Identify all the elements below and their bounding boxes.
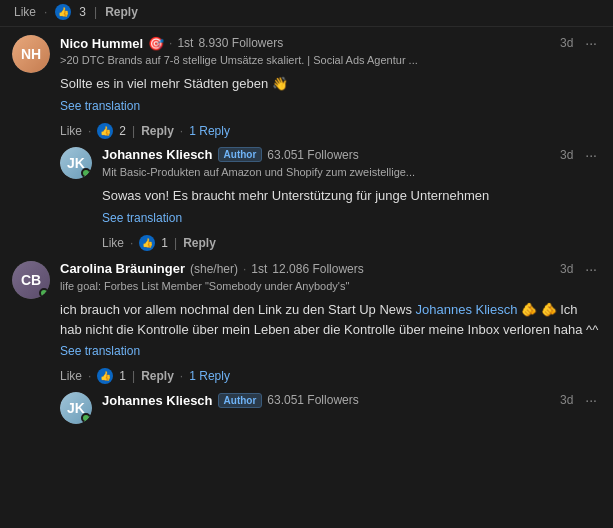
- username-carolina[interactable]: Carolina Bräuninger: [60, 261, 185, 276]
- followers-johannes2: 63.051 Followers: [267, 393, 358, 407]
- see-translation-carolina[interactable]: See translation: [60, 344, 140, 358]
- sep1: ·: [169, 36, 172, 50]
- reaction-icon-nico: 👍: [97, 123, 113, 139]
- username-johannes1[interactable]: Johannes Kliesch: [102, 147, 213, 162]
- comment-header-nico: Nico Hummel 🎯 · 1st 8.930 Followers 3d ·…: [60, 35, 601, 51]
- online-dot-johannes2: [81, 413, 91, 423]
- top-reply-action[interactable]: Reply: [105, 5, 138, 19]
- pronouns-carolina: (she/her): [190, 262, 238, 276]
- comment-header-carolina: Carolina Bräuninger (she/her) · 1st 12.0…: [60, 261, 601, 277]
- actions-johannes1: Like · 👍 1 | Reply: [102, 235, 601, 251]
- more-carolina[interactable]: ···: [581, 261, 601, 277]
- avatar-nico: NH: [12, 35, 50, 73]
- comment-carolina: CB Carolina Bräuninger (she/her) · 1st 1…: [12, 261, 601, 384]
- avatar-carolina: CB: [12, 261, 50, 299]
- comment-header-johannes1: Johannes Kliesch Author 63.051 Followers…: [102, 147, 601, 163]
- avatar-johannes1: JK: [60, 147, 92, 179]
- more-johannes1[interactable]: ···: [581, 147, 601, 163]
- followers-carolina: 12.086 Followers: [272, 262, 363, 276]
- like-nico[interactable]: Like: [60, 124, 82, 138]
- time-nico: 3d: [560, 36, 573, 50]
- mention-johannes[interactable]: Johannes Kliesch: [416, 302, 518, 317]
- replies-count-carolina[interactable]: 1 Reply: [189, 369, 230, 383]
- comment-johannes1: JK Johannes Kliesch Author 63.051 Follow…: [60, 147, 601, 251]
- time-johannes1: 3d: [560, 148, 573, 162]
- reply-nico[interactable]: Reply: [141, 124, 174, 138]
- degree-carolina: 1st: [251, 262, 267, 276]
- dot-sep: ·: [44, 5, 47, 19]
- reaction-count-j1: 1: [161, 236, 168, 250]
- reply-johannes1[interactable]: Reply: [183, 236, 216, 250]
- text-nico: Sollte es in viel mehr Städten geben 👋: [60, 74, 601, 94]
- tagline-johannes1: Mit Basic-Produkten auf Amazon und Shopi…: [102, 165, 601, 180]
- emoji-nico: 🎯: [148, 36, 164, 51]
- comment-body-nico: Nico Hummel 🎯 · 1st 8.930 Followers 3d ·…: [60, 35, 601, 139]
- comment-body-johannes1: Johannes Kliesch Author 63.051 Followers…: [102, 147, 601, 251]
- username-nico[interactable]: Nico Hummel: [60, 36, 143, 51]
- online-dot-johannes1: [81, 168, 91, 178]
- tagline-nico: >20 DTC Brands auf 7-8 stellige Umsätze …: [60, 53, 601, 68]
- degree-nico: 1st: [177, 36, 193, 50]
- more-nico[interactable]: ···: [581, 35, 601, 51]
- see-translation-johannes1[interactable]: See translation: [102, 211, 182, 225]
- comment-inner-johannes2: JK Johannes Kliesch Author 63.051 Follow…: [60, 392, 601, 424]
- reply-carolina[interactable]: Reply: [141, 369, 174, 383]
- reaction-count-nico: 2: [119, 124, 126, 138]
- comment-inner-johannes1: JK Johannes Kliesch Author 63.051 Follow…: [60, 147, 601, 251]
- like-johannes1[interactable]: Like: [102, 236, 124, 250]
- followers-johannes1: 63.051 Followers: [267, 148, 358, 162]
- avatar-johannes2: JK: [60, 392, 92, 424]
- comment-body-carolina: Carolina Bräuninger (she/her) · 1st 12.0…: [60, 261, 601, 384]
- author-badge-johannes2: Author: [218, 393, 263, 408]
- tagline-carolina: life goal: Forbes List Member "Somebody …: [60, 279, 601, 294]
- online-dot-carolina: [39, 288, 49, 298]
- author-badge-johannes1: Author: [218, 147, 263, 162]
- reaction-icon-j1: 👍: [139, 235, 155, 251]
- see-translation-nico[interactable]: See translation: [60, 99, 140, 113]
- actions-carolina: Like · 👍 1 | Reply · 1 Reply: [60, 368, 601, 384]
- text-johannes1: Sowas von! Es braucht mehr Unterstützung…: [102, 186, 601, 206]
- comment-header-johannes2: Johannes Kliesch Author 63.051 Followers…: [102, 392, 601, 408]
- comment-body-johannes2: Johannes Kliesch Author 63.051 Followers…: [102, 392, 601, 424]
- top-reaction-count: 3: [79, 5, 86, 19]
- more-johannes2[interactable]: ···: [581, 392, 601, 408]
- dot-sep2: |: [94, 5, 97, 19]
- text-carolina: ich brauch vor allem nochmal den Link zu…: [60, 300, 601, 339]
- username-johannes2[interactable]: Johannes Kliesch: [102, 393, 213, 408]
- comment-nico: NH Nico Hummel 🎯 · 1st 8.930 Followers 3…: [12, 35, 601, 139]
- comment-johannes2-partial: JK Johannes Kliesch Author 63.051 Follow…: [60, 392, 601, 424]
- time-johannes2: 3d: [560, 393, 573, 407]
- top-reaction-icon: 👍: [55, 4, 71, 20]
- reaction-icon-carolina: 👍: [97, 368, 113, 384]
- top-like-action[interactable]: Like: [14, 5, 36, 19]
- time-carolina: 3d: [560, 262, 573, 276]
- followers-nico: 8.930 Followers: [198, 36, 283, 50]
- actions-nico: Like · 👍 2 | Reply · 1 Reply: [60, 123, 601, 139]
- like-carolina[interactable]: Like: [60, 369, 82, 383]
- replies-count-nico[interactable]: 1 Reply: [189, 124, 230, 138]
- reaction-count-carolina: 1: [119, 369, 126, 383]
